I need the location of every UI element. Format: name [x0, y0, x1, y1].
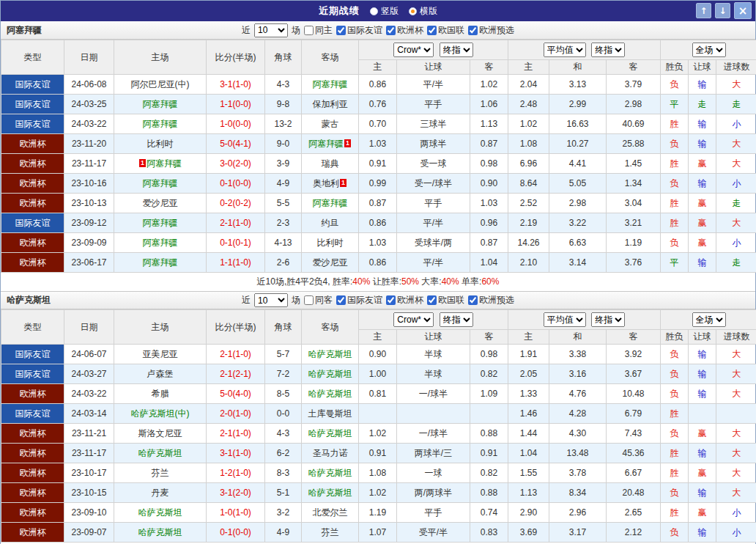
- col-date: 日期: [64, 40, 114, 75]
- handicap-result-cell: 赢: [689, 154, 716, 174]
- match-row: 国际友谊24-06-07亚美尼亚2-1(1-0)5-7哈萨克斯坦0.90半球0.…: [1, 345, 756, 364]
- close-icon[interactable]: ×: [734, 2, 752, 19]
- scope-select[interactable]: 全场: [692, 43, 726, 57]
- summary-text: 40%: [352, 276, 370, 287]
- same-venue-checkbox[interactable]: [304, 26, 314, 35]
- up-arrow-icon[interactable]: ↑: [696, 3, 711, 18]
- filter-euro-qualifier[interactable]: 欧洲预选: [468, 294, 514, 306]
- euro-qualifier-checkbox[interactable]: [468, 26, 478, 35]
- euro-qualifier-checkbox[interactable]: [468, 295, 478, 305]
- filter-eurocup[interactable]: 欧洲杯: [386, 294, 423, 306]
- result-cell: 负: [661, 483, 689, 503]
- team-label: 比利时: [317, 238, 344, 248]
- handicap-away-odds-cell: 0.98: [470, 345, 508, 364]
- odds-index-select[interactable]: 终指: [591, 312, 625, 327]
- col-home: 主场: [114, 310, 207, 345]
- away-team-cell: 哈萨克斯坦: [302, 364, 359, 384]
- competition-cell: 欧洲杯: [1, 523, 64, 543]
- avg-home-odds-cell: 1.13: [508, 483, 549, 503]
- handicap-home-odds-cell: 1.03: [359, 233, 397, 253]
- bookmaker-select[interactable]: Crow*: [393, 312, 434, 327]
- match-count-select[interactable]: 10: [254, 23, 288, 37]
- filter-friendly[interactable]: 国际友谊: [336, 294, 382, 306]
- col-away: 客场: [302, 40, 359, 75]
- avg-draw-odds-cell: 8.34: [549, 483, 607, 503]
- corner-cell: 3-9: [265, 154, 302, 174]
- same-venue-filter[interactable]: 同主: [304, 24, 333, 37]
- away-team-cell: 保加利亚: [302, 95, 359, 114]
- horizontal-layout-label: 横版: [420, 5, 437, 18]
- horizontal-layout-radio[interactable]: 横版: [409, 5, 437, 18]
- date-cell: 23-11-17: [64, 154, 114, 174]
- titlebar: 近期战绩 竖版 横版 ↑ ↓ ×: [1, 1, 755, 21]
- avg-away-odds-cell: 2.12: [607, 523, 661, 543]
- col-corner: 角球: [265, 310, 302, 345]
- goals-result-cell: 大: [716, 424, 756, 444]
- filter-euro-qualifier[interactable]: 欧洲预选: [468, 24, 514, 37]
- home-team-cell: 亚美尼亚: [114, 345, 207, 364]
- avg-draw-odds-cell: 13.48: [549, 444, 607, 463]
- nations-league-checkbox[interactable]: [427, 26, 437, 35]
- competition-cell: 国际友谊: [1, 404, 64, 424]
- down-arrow-icon[interactable]: ↓: [715, 3, 730, 18]
- date-cell: 23-06-17: [64, 253, 114, 273]
- average-select[interactable]: 平均值: [544, 43, 586, 57]
- away-team-cell: 芬兰: [302, 523, 359, 543]
- odds-index-select[interactable]: 终指: [591, 43, 625, 57]
- home-team-cell: 卢森堡: [114, 364, 207, 384]
- handicap-index-select[interactable]: 终指: [440, 43, 473, 57]
- result-cell: 胜: [661, 503, 689, 523]
- result-cell: 胜: [661, 154, 689, 174]
- filter-nations-league[interactable]: 欧国联: [427, 294, 464, 306]
- eurocup-checkbox[interactable]: [386, 26, 396, 35]
- window-title: 近期战绩: [319, 4, 360, 18]
- goals-result-cell: 大: [716, 483, 756, 503]
- avg-draw-odds-cell: 3.13: [549, 75, 607, 95]
- average-select[interactable]: 平均值: [544, 312, 586, 327]
- competition-cell: 欧洲杯: [1, 384, 64, 404]
- competition-cell: 国际友谊: [1, 75, 64, 95]
- result-cell: 胜: [661, 444, 689, 463]
- nations-league-checkbox[interactable]: [427, 295, 437, 305]
- handicap-away-odds-cell: 0.96: [470, 213, 508, 233]
- summary-text: 近10场,胜4平2负4, 胜率:: [257, 276, 353, 287]
- avg-draw-odds-cell: 3.14: [549, 253, 607, 273]
- handicap-home-odds-cell: 1.02: [359, 483, 397, 503]
- same-venue-checkbox[interactable]: [304, 295, 314, 305]
- result-cell: 胜: [661, 404, 689, 424]
- home-team-cell: 芬兰: [114, 463, 207, 483]
- corner-cell: 8-3: [265, 463, 302, 483]
- handicap-result-cell: 赢: [689, 463, 716, 483]
- nations-league-label: 欧国联: [438, 24, 464, 37]
- handicap-line-cell: 平/半: [397, 75, 470, 95]
- avg-home-odds-cell: 1.08: [508, 134, 549, 154]
- goals-result-cell: 大: [716, 154, 756, 174]
- match-row: 欧洲杯24-03-22希腊5-0(4-0)8-5哈萨克斯坦0.81一/球半1.0…: [1, 384, 756, 404]
- avg-home-odds-cell: 2.48: [508, 95, 549, 114]
- score-cell: 3-0(2-0): [207, 154, 265, 174]
- team-label: 北爱尔兰: [313, 507, 348, 518]
- handicap-index-select[interactable]: 终指: [440, 312, 473, 327]
- avg-home-odds-cell: 1.91: [508, 345, 549, 364]
- vertical-layout-radio[interactable]: 竖版: [370, 5, 399, 18]
- bookmaker-select[interactable]: Crow*: [393, 43, 434, 57]
- friendly-checkbox[interactable]: [336, 295, 346, 305]
- section-header: 阿塞拜疆 近 10 场 同主 国际友谊 欧洲杯: [1, 21, 755, 40]
- filter-nations-league[interactable]: 欧国联: [427, 24, 464, 37]
- competition-cell: 欧洲杯: [1, 424, 64, 444]
- scope-select[interactable]: 全场: [692, 312, 726, 327]
- filter-eurocup[interactable]: 欧洲杯: [386, 24, 423, 37]
- filter-friendly[interactable]: 国际友谊: [336, 24, 382, 37]
- home-team-cell: 阿尔巴尼亚(中): [114, 75, 207, 95]
- eurocup-checkbox[interactable]: [386, 295, 396, 305]
- team-label: 希腊: [152, 389, 169, 399]
- friendly-checkbox[interactable]: [336, 26, 346, 35]
- summary-text: 50%: [401, 276, 419, 287]
- same-venue-filter[interactable]: 同客: [304, 294, 333, 306]
- avg-draw-odds-cell: 6.63: [549, 233, 607, 253]
- match-count-select[interactable]: 10: [254, 293, 288, 307]
- handicap-home-odds-cell: 1.03: [359, 134, 397, 154]
- team-label: 奥地利: [313, 178, 339, 188]
- col-handicap-result: 让球: [689, 60, 716, 75]
- handicap-away-odds-cell: [470, 404, 508, 424]
